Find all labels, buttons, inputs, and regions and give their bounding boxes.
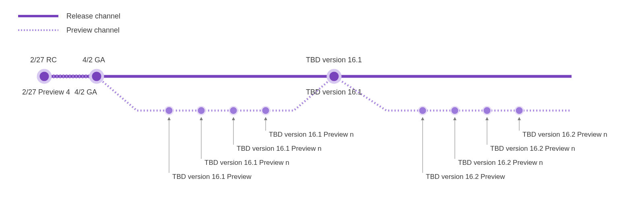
callout-arrowhead bbox=[518, 117, 521, 120]
preview-dot-label: TBD version 16.1 Preview n bbox=[204, 159, 289, 166]
callout-arrowhead bbox=[167, 117, 171, 120]
milestone-top-label: 4/2 GA bbox=[83, 56, 105, 64]
preview-dot-label: TBD version 16.1 Preview n bbox=[269, 131, 354, 138]
milestone-top-label: TBD version 16.1 bbox=[306, 56, 362, 64]
callout-arrowhead bbox=[421, 117, 424, 120]
milestone-dot bbox=[328, 70, 340, 82]
preview-dots: TBD version 16.1 PreviewTBD version 16.1… bbox=[165, 107, 607, 180]
preview-dot-label: TBD version 16.2 Preview n bbox=[458, 159, 543, 166]
preview-dot bbox=[451, 107, 459, 115]
preview-dot-label: TBD version 16.2 Preview bbox=[426, 173, 505, 180]
preview-dot bbox=[165, 107, 173, 115]
callout-arrowhead bbox=[453, 117, 456, 120]
callout-arrowhead bbox=[232, 117, 235, 120]
preview-dot bbox=[229, 107, 237, 115]
milestone-bottom-label: TBD version 16.1 bbox=[306, 88, 362, 96]
milestone-top-label: 2/27 RC bbox=[30, 56, 57, 64]
milestone-dot bbox=[91, 70, 103, 82]
preview-dot bbox=[515, 107, 523, 115]
preview-dot bbox=[262, 107, 270, 115]
milestone-bottom-label: 2/27 Preview 4 bbox=[22, 88, 70, 96]
preview-dot-label: TBD version 16.2 Preview n bbox=[522, 131, 607, 138]
release-preview-timeline-diagram: Release channel Preview channel 2/27 RC2… bbox=[0, 0, 644, 201]
preview-dot-label: TBD version 16.1 Preview bbox=[172, 173, 252, 180]
callout-arrowhead bbox=[485, 117, 489, 120]
preview-dot bbox=[197, 107, 205, 115]
legend-release-label: Release channel bbox=[66, 12, 120, 20]
callout-arrowhead bbox=[264, 117, 267, 120]
legend: Release channel Preview channel bbox=[18, 12, 120, 34]
preview-dot-label: TBD version 16.2 Preview n bbox=[490, 145, 575, 152]
preview-dot bbox=[419, 107, 427, 115]
preview-dot bbox=[483, 107, 491, 115]
milestone-bottom-label: 4/2 GA bbox=[74, 88, 97, 96]
legend-preview-label: Preview channel bbox=[66, 26, 120, 34]
milestone-dot bbox=[38, 70, 50, 82]
callout-arrowhead bbox=[200, 117, 203, 120]
preview-dot-label: TBD version 16.1 Preview n bbox=[237, 145, 322, 152]
